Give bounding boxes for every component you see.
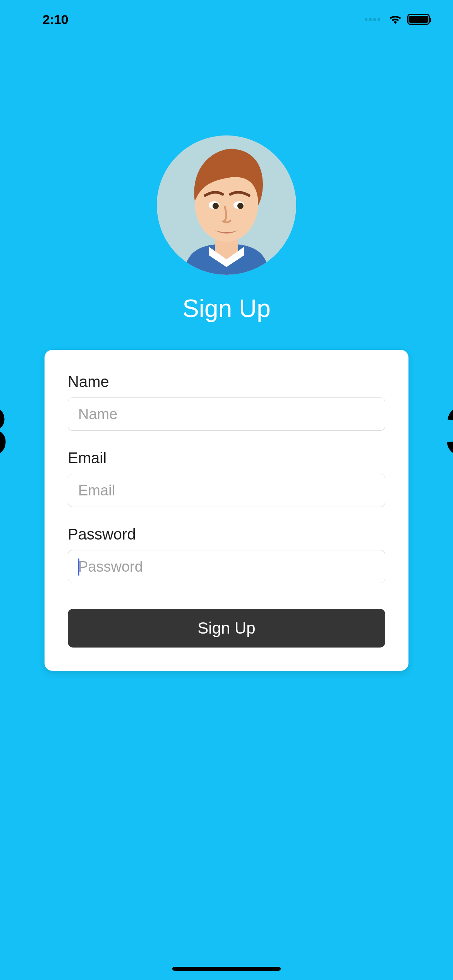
password-field-group: Password	[68, 526, 385, 583]
password-label: Password	[68, 526, 385, 543]
signup-card: Name Email Password Sign Up	[45, 350, 408, 671]
email-field-group: Email	[68, 449, 385, 507]
name-input[interactable]	[68, 397, 385, 431]
text-cursor	[78, 559, 79, 576]
svg-point-6	[237, 203, 244, 209]
avatar	[157, 135, 296, 275]
password-input[interactable]	[68, 550, 385, 583]
signup-button[interactable]: Sign Up	[68, 609, 385, 648]
name-label: Name	[68, 373, 385, 391]
name-field-group: Name	[68, 373, 385, 431]
email-label: Email	[68, 449, 385, 467]
home-indicator[interactable]	[172, 967, 281, 971]
email-input[interactable]	[68, 474, 385, 507]
svg-point-4	[213, 203, 219, 209]
page-title: Sign Up	[182, 294, 271, 323]
